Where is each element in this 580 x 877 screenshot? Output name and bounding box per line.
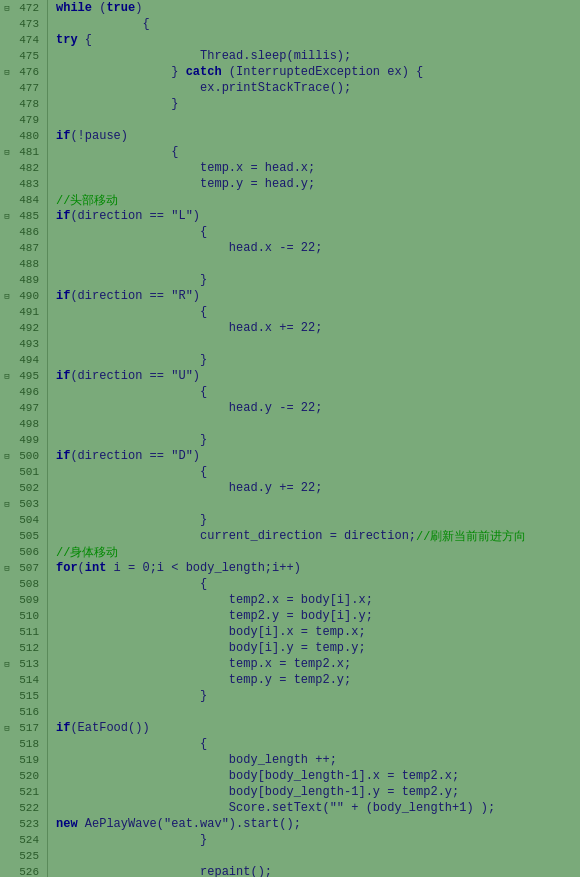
fold-icon-516: [2, 707, 12, 717]
code-editor: ⊟472473474475⊟476477478479480⊟4814824834…: [0, 0, 580, 877]
line-num-474: 474: [0, 32, 43, 48]
line-number-text: 511: [14, 626, 39, 638]
line-number-text: 490: [14, 290, 39, 302]
fold-icon-473: [2, 19, 12, 29]
fold-icon-495[interactable]: ⊟: [2, 371, 12, 381]
code-line-494: }: [56, 352, 580, 368]
fold-icon-479: [2, 115, 12, 125]
line-number-text: 508: [14, 578, 39, 590]
fold-icon-476[interactable]: ⊟: [2, 67, 12, 77]
fold-icon-506: [2, 547, 12, 557]
line-num-480: 480: [0, 128, 43, 144]
fold-icon-475: [2, 51, 12, 61]
fold-icon-508: [2, 579, 12, 589]
code-line-522: Score.setText("" + (body_length+1) );: [56, 800, 580, 816]
line-num-522: 522: [0, 800, 43, 816]
line-number-text: 518: [14, 738, 39, 750]
fold-icon-480: [2, 131, 12, 141]
fold-icon-503[interactable]: ⊟: [2, 499, 12, 509]
fold-icon-502: [2, 483, 12, 493]
fold-icon-494: [2, 355, 12, 365]
line-num-523: 523: [0, 816, 43, 832]
code-line-491: {: [56, 304, 580, 320]
line-num-506: 506: [0, 544, 43, 560]
fold-icon-521: [2, 787, 12, 797]
code-line-495: if(direction == "U"): [56, 368, 580, 384]
line-number-text: 506: [14, 546, 39, 558]
line-number-text: 491: [14, 306, 39, 318]
fold-icon-517[interactable]: ⊟: [2, 723, 12, 733]
line-num-514: 514: [0, 672, 43, 688]
line-number-text: 505: [14, 530, 39, 542]
code-line-520: body[body_length-1].x = temp2.x;: [56, 768, 580, 784]
fold-icon-513[interactable]: ⊟: [2, 659, 12, 669]
code-line-517: if(EatFood()): [56, 720, 580, 736]
fold-icon-512: [2, 643, 12, 653]
fold-icon-492: [2, 323, 12, 333]
line-num-503: ⊟503: [0, 496, 43, 512]
line-num-492: 492: [0, 320, 43, 336]
line-number-text: 517: [14, 722, 39, 734]
code-line-483: temp.y = head.y;: [56, 176, 580, 192]
line-number-text: 522: [14, 802, 39, 814]
line-number-text: 504: [14, 514, 39, 526]
line-number-text: 487: [14, 242, 39, 254]
line-number-text: 495: [14, 370, 39, 382]
fold-icon-487: [2, 243, 12, 253]
fold-icon-518: [2, 739, 12, 749]
code-line-473: {: [56, 16, 580, 32]
fold-icon-481[interactable]: ⊟: [2, 147, 12, 157]
code-line-524: }: [56, 832, 580, 848]
code-line-500: if(direction == "D"): [56, 448, 580, 464]
fold-icon-485[interactable]: ⊟: [2, 211, 12, 221]
code-line-480: if(!pause): [56, 128, 580, 144]
code-line-488: [56, 256, 580, 272]
fold-icon-482: [2, 163, 12, 173]
fold-icon-488: [2, 259, 12, 269]
fold-icon-497: [2, 403, 12, 413]
line-num-518: 518: [0, 736, 43, 752]
fold-icon-525: [2, 851, 12, 861]
line-number-text: 521: [14, 786, 39, 798]
fold-icon-519: [2, 755, 12, 765]
fold-icon-510: [2, 611, 12, 621]
line-number-text: 498: [14, 418, 39, 430]
fold-icon-500[interactable]: ⊟: [2, 451, 12, 461]
line-number-text: 499: [14, 434, 39, 446]
code-line-476: } catch (InterruptedException ex) {: [56, 64, 580, 80]
line-num-510: 510: [0, 608, 43, 624]
line-num-495: ⊟495: [0, 368, 43, 384]
line-number-text: 512: [14, 642, 39, 654]
fold-icon-486: [2, 227, 12, 237]
line-number-text: 524: [14, 834, 39, 846]
code-line-498: [56, 416, 580, 432]
code-line-512: body[i].y = temp.y;: [56, 640, 580, 656]
fold-icon-490[interactable]: ⊟: [2, 291, 12, 301]
line-number-text: 513: [14, 658, 39, 670]
line-num-500: ⊟500: [0, 448, 43, 464]
line-number-text: 514: [14, 674, 39, 686]
code-line-472: while (true): [56, 0, 580, 16]
code-line-510: temp2.y = body[i].y;: [56, 608, 580, 624]
code-line-478: }: [56, 96, 580, 112]
line-number-text: 515: [14, 690, 39, 702]
code-line-509: temp2.x = body[i].x;: [56, 592, 580, 608]
line-number-text: 494: [14, 354, 39, 366]
code-line-475: Thread.sleep(millis);: [56, 48, 580, 64]
line-number-text: 475: [14, 50, 39, 62]
fold-icon-507[interactable]: ⊟: [2, 563, 12, 573]
line-number-text: 526: [14, 866, 39, 877]
code-line-525: [56, 848, 580, 864]
line-num-496: 496: [0, 384, 43, 400]
fold-icon-524: [2, 835, 12, 845]
line-number-text: 488: [14, 258, 39, 270]
fold-icon-472[interactable]: ⊟: [2, 3, 12, 13]
code-line-507: for(int i = 0;i < body_length;i++): [56, 560, 580, 576]
line-num-502: 502: [0, 480, 43, 496]
line-number-text: 474: [14, 34, 39, 46]
code-line-526: repaint();: [56, 864, 580, 877]
code-line-490: if(direction == "R"): [56, 288, 580, 304]
line-num-515: 515: [0, 688, 43, 704]
code-line-514: temp.y = temp2.y;: [56, 672, 580, 688]
line-num-494: 494: [0, 352, 43, 368]
